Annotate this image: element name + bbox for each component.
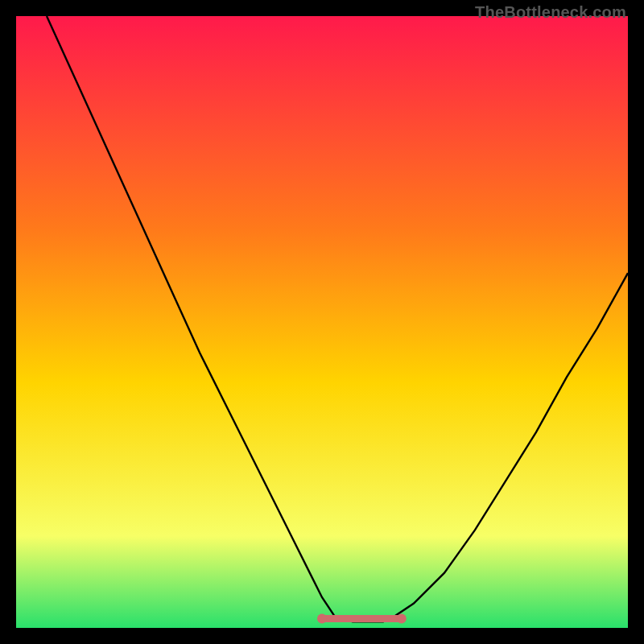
chart-frame: [16, 16, 628, 628]
bottleneck-chart: [16, 16, 628, 628]
watermark-text: TheBottleneck.com: [475, 3, 626, 22]
gradient-background: [16, 16, 628, 628]
optimal-region-end-dot: [397, 614, 407, 624]
optimal-region-start-dot: [317, 614, 327, 624]
